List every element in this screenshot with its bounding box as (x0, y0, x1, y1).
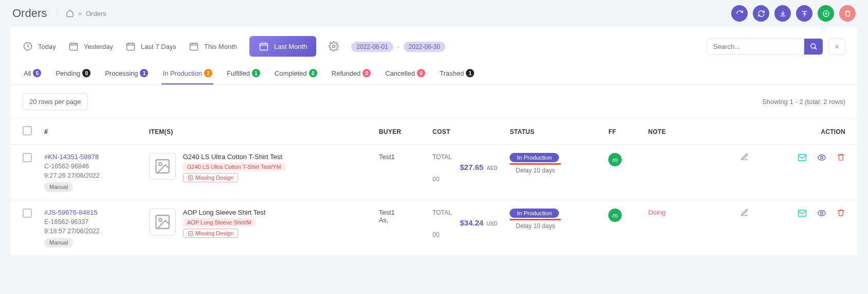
tab-all[interactable]: All5 (23, 63, 42, 84)
filter-label: Last 7 Days (141, 43, 176, 50)
page-header: Orders » Orders (0, 0, 868, 27)
row-checkbox[interactable] (23, 153, 32, 162)
upload-button[interactable] (796, 5, 812, 22)
add-button[interactable] (818, 5, 834, 22)
item-variant-badge: G240 LS Ultra Cotton T-Shirt Test/YM (183, 163, 285, 171)
note-edit-icon[interactable] (740, 153, 749, 161)
home-icon[interactable] (66, 9, 74, 18)
tab-label: In Production (162, 70, 202, 77)
calendar-icon (259, 41, 269, 51)
tab-label: Refunded (332, 70, 360, 77)
missing-design-badge: Missing Design (183, 229, 239, 238)
trash-icon[interactable] (837, 153, 845, 162)
tab-cancelled[interactable]: Cancelled0 (384, 63, 426, 84)
tab-refunded[interactable]: Refunded0 (331, 63, 372, 84)
order-ref: E-16562-96337 (44, 218, 137, 226)
delete-button[interactable] (839, 5, 856, 22)
tab-label: All (24, 70, 31, 77)
tab-pending[interactable]: Pending0 (55, 63, 92, 84)
meta-row: 20 rows per page Showing 1 - 2 (total: 2… (10, 85, 858, 118)
filter-yesterday[interactable]: Yesterday (68, 41, 113, 51)
order-link[interactable]: #JS-59676-84815 (44, 209, 137, 216)
filter-label: Yesterday (84, 43, 113, 50)
col-cost[interactable]: COST (426, 119, 503, 145)
note-text: Doing (648, 209, 665, 216)
settings-icon[interactable] (329, 41, 339, 51)
mail-icon[interactable] (798, 153, 807, 162)
sync-button[interactable] (753, 5, 769, 22)
tab-count-badge: 0 (363, 69, 371, 77)
search-input[interactable] (707, 39, 804, 55)
refresh-button[interactable] (731, 5, 748, 22)
svg-rect-11 (799, 154, 806, 161)
filter-label: Today (38, 43, 56, 50)
filter-label: Last Month (274, 43, 307, 50)
view-icon[interactable] (817, 153, 826, 162)
rows-per-page-select[interactable]: 20 rows per page (23, 93, 87, 110)
svg-point-14 (159, 218, 162, 221)
col-buyer[interactable]: BUYER (373, 119, 426, 145)
search-button[interactable] (804, 39, 823, 55)
svg-rect-16 (799, 210, 806, 216)
note-edit-icon[interactable] (740, 209, 749, 217)
filter-last7[interactable]: Last 7 Days (125, 41, 176, 51)
col-items[interactable]: ITEM(S) (143, 119, 373, 145)
tab-count-badge: 1 (252, 69, 260, 77)
select-all-checkbox[interactable] (23, 126, 32, 135)
filter-this-month[interactable]: This Month (189, 41, 237, 51)
item-name[interactable]: AOP Long Sleeve Shirt Test (183, 209, 266, 216)
col-id[interactable]: # (38, 119, 143, 145)
breadcrumb: » Orders (57, 9, 106, 18)
download-button[interactable] (774, 5, 791, 22)
ff-avatar[interactable]: m (608, 209, 622, 222)
item-name[interactable]: G240 LS Ultra Cotton T-Shirt Test (183, 153, 285, 161)
tab-trashed[interactable]: Trashed1 (439, 63, 475, 84)
item-thumbnail[interactable] (149, 209, 176, 235)
mail-icon[interactable] (798, 209, 807, 218)
tab-count-badge: 1 (466, 69, 474, 77)
cost-label: TOTAL (432, 209, 452, 216)
col-note[interactable]: NOTE (642, 119, 755, 145)
buyer-detail: As, (379, 216, 420, 224)
order-time: 9:27:26 27/06/2022 (44, 172, 137, 179)
table-row: #KN-14351-59878C-16562-968469:27:26 27/0… (10, 145, 858, 200)
orders-card: Today Yesterday Last 7 Days This Month L… (10, 27, 858, 256)
close-button[interactable] (828, 39, 845, 55)
col-status[interactable]: STATUS (503, 119, 602, 145)
tab-fulfilled[interactable]: Fulfilled1 (226, 63, 261, 84)
date-to[interactable]: 2022-06-30 (404, 42, 445, 52)
item-variant-badge: AOP Long Sleeve Shirt/M (183, 218, 256, 227)
item-thumbnail[interactable] (149, 153, 176, 180)
search-box (707, 39, 823, 55)
cost-amount: $34.24 USD (432, 218, 497, 227)
date-from[interactable]: 2022-06-01 (351, 42, 393, 52)
tab-count-badge: 0 (82, 69, 91, 77)
tab-in-production[interactable]: In Production2 (161, 63, 213, 84)
missing-design-badge: Missing Design (183, 173, 239, 182)
view-icon[interactable] (817, 209, 826, 218)
cost-sub: 00 (432, 176, 497, 183)
svg-rect-3 (127, 43, 135, 50)
clock-icon (23, 41, 33, 51)
order-time: 9:18:57 27/06/2022 (44, 228, 137, 235)
filter-today[interactable]: Today (23, 41, 56, 51)
tab-processing[interactable]: Processing1 (104, 63, 149, 84)
page-title: Orders (12, 7, 47, 20)
breadcrumb-current[interactable]: Orders (86, 10, 106, 18)
close-icon (834, 43, 840, 50)
trash-icon[interactable] (837, 209, 845, 218)
svg-rect-4 (190, 43, 197, 50)
buyer-name: Test1 (379, 153, 420, 161)
ff-avatar[interactable]: m (608, 153, 622, 166)
filter-last-month[interactable]: Last Month (249, 36, 316, 57)
col-ff[interactable]: FF (602, 119, 642, 145)
row-checkbox[interactable] (23, 209, 32, 218)
filter-label: This Month (204, 43, 237, 50)
table-row: #JS-59676-84815E-16562-963379:18:57 27/0… (10, 200, 858, 256)
tab-completed[interactable]: Completed0 (274, 63, 318, 84)
order-link[interactable]: #KN-14351-59878 (44, 153, 137, 161)
order-source-badge: Manual (44, 238, 73, 247)
buyer-name: Test1 (379, 209, 420, 216)
tab-count-badge: 1 (140, 69, 148, 77)
orders-table: # ITEM(S) BUYER COST STATUS FF NOTE ACTI… (10, 118, 858, 256)
